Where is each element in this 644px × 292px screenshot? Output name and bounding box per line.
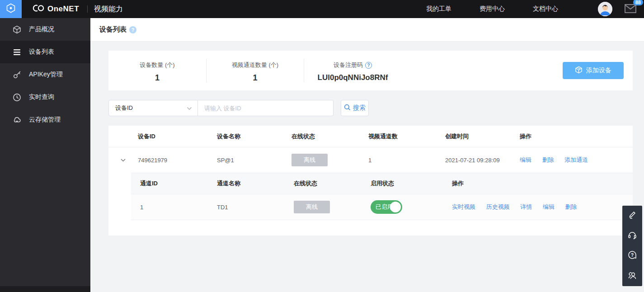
sidebar-item-device-list[interactable]: 设备列表 bbox=[0, 41, 90, 63]
stat-device-count-label: 设备数量 (个) bbox=[140, 61, 174, 69]
cell-channel-count: 1 bbox=[368, 157, 445, 164]
col-channel-online-status: 在线状态 bbox=[294, 179, 371, 188]
headset-icon bbox=[627, 230, 637, 242]
key-icon bbox=[13, 71, 21, 79]
channel-table-header: 通道ID 通道名称 在线状态 启用状态 操作 bbox=[131, 173, 633, 194]
reg-code-label-text: 设备注册码 bbox=[334, 61, 363, 69]
chevron-down-icon bbox=[187, 105, 192, 112]
cell-channel-online-status: 离线 bbox=[294, 201, 371, 213]
detail-link[interactable]: 详情 bbox=[520, 203, 532, 210]
hexagon-icon bbox=[5, 3, 16, 15]
add-channel-link[interactable]: 添加通道 bbox=[564, 156, 588, 163]
stat-reg-code-label: 设备注册码 ? bbox=[334, 61, 372, 69]
add-device-label: 添加设备 bbox=[586, 66, 611, 75]
channel-table: 通道ID 通道名称 在线状态 启用状态 操作 1 TD1 离线 已启用 bbox=[131, 173, 633, 220]
help-button[interactable]: ? bbox=[622, 246, 642, 266]
nav-billing-center[interactable]: 费用中心 bbox=[479, 5, 505, 13]
filter-select[interactable]: 设备ID bbox=[108, 100, 198, 116]
channel-enabled-toggle[interactable]: 已启用 bbox=[371, 200, 402, 214]
question-circle-icon: ? bbox=[627, 250, 637, 262]
support-button[interactable] bbox=[622, 226, 642, 246]
col-device-name: 设备名称 bbox=[217, 132, 291, 141]
sidebar-item-cloud-storage[interactable]: 云存储管理 bbox=[0, 108, 90, 131]
page-title: 设备列表 bbox=[99, 25, 127, 34]
edit-channel-link[interactable]: 编辑 bbox=[543, 203, 555, 210]
sidebar-item-apikey[interactable]: APIKey管理 bbox=[0, 63, 90, 86]
top-header: OneNET 视频能力 我的工单 费用中心 文档中心 88 bbox=[0, 0, 644, 18]
header-nav: 我的工单 费用中心 文档中心 bbox=[426, 5, 558, 13]
reg-code-help-icon[interactable]: ? bbox=[365, 62, 372, 69]
search-input[interactable] bbox=[198, 100, 334, 116]
col-channel-id: 通道ID bbox=[131, 179, 217, 188]
col-channel-count: 视频通道数 bbox=[368, 132, 445, 141]
sidebar-item-realtime-query[interactable]: 实时查询 bbox=[0, 86, 90, 108]
brand-name: OneNET bbox=[47, 5, 79, 14]
cell-channel-actions: 实时视频 历史视频 详情 编辑 删除 bbox=[452, 203, 633, 211]
nav-doc-center[interactable]: 文档中心 bbox=[533, 5, 558, 13]
svg-text:?: ? bbox=[631, 253, 634, 258]
sidebar-item-label: 云存储管理 bbox=[29, 116, 61, 124]
live-video-link[interactable]: 实时视频 bbox=[452, 203, 475, 210]
channel-table-row: 1 TD1 离线 已启用 实时视频 历史视频 详情 编辑 删除 bbox=[131, 194, 633, 220]
feedback-button[interactable] bbox=[622, 206, 642, 226]
cell-online-status: 离线 bbox=[291, 154, 368, 166]
search-button-label: 搜索 bbox=[353, 104, 366, 112]
cell-channel-enabled: 已启用 bbox=[371, 200, 452, 214]
header-right: 我的工单 费用中心 文档中心 88 bbox=[426, 2, 644, 16]
app-title: 视频能力 bbox=[94, 5, 123, 14]
stat-channel-count-label: 视频通道数量 (个) bbox=[232, 61, 278, 69]
col-actions: 操作 bbox=[520, 132, 633, 141]
channel-offline-badge: 离线 bbox=[294, 201, 330, 213]
cell-channel-id: 1 bbox=[131, 204, 217, 211]
platform-logo[interactable] bbox=[0, 0, 22, 18]
floating-toolbar: ? bbox=[622, 206, 642, 286]
nav-my-tickets[interactable]: 我的工单 bbox=[426, 5, 451, 13]
col-channel-actions: 操作 bbox=[452, 179, 633, 188]
mail-icon bbox=[624, 8, 637, 15]
delete-device-link[interactable]: 删除 bbox=[542, 156, 554, 163]
sidebar-item-label: 实时查询 bbox=[29, 93, 54, 101]
mail-count-badge: 88 bbox=[633, 0, 643, 5]
mail-button[interactable]: 88 bbox=[624, 3, 638, 15]
community-button[interactable] bbox=[622, 266, 642, 287]
cell-device-id: 749621979 bbox=[138, 157, 217, 164]
delete-channel-link[interactable]: 删除 bbox=[565, 203, 577, 210]
history-video-link[interactable]: 历史视频 bbox=[486, 203, 510, 210]
onenet-brand[interactable]: OneNET bbox=[33, 4, 79, 14]
cell-channel-name: TD1 bbox=[217, 204, 294, 211]
list-icon bbox=[13, 48, 21, 57]
pencil-icon bbox=[627, 210, 637, 221]
stat-device-count: 设备数量 (个) 1 bbox=[108, 59, 206, 83]
avatar[interactable] bbox=[598, 2, 612, 16]
header-divider bbox=[87, 5, 88, 13]
page-title-bar: 设备列表 ? bbox=[90, 18, 644, 42]
sidebar: 产品概况 设备列表 APIKey管理 实时查询 bbox=[0, 18, 90, 292]
stat-reg-code-value: LUl0p0qNNiJo8RNf bbox=[304, 73, 401, 82]
page-help-icon[interactable]: ? bbox=[129, 26, 136, 33]
toggle-knob bbox=[390, 202, 401, 212]
device-table-header: 设备ID 设备名称 在线状态 视频通道数 创建时间 操作 bbox=[108, 126, 633, 147]
onenet-logo-icon bbox=[33, 4, 44, 14]
stat-channel-count-value: 1 bbox=[207, 73, 304, 83]
stat-device-count-value: 1 bbox=[108, 73, 206, 83]
search-button[interactable]: 搜索 bbox=[341, 100, 369, 116]
clock-icon bbox=[13, 93, 21, 102]
people-icon bbox=[627, 270, 637, 282]
offline-status-badge: 离线 bbox=[291, 154, 328, 166]
col-online-status: 在线状态 bbox=[291, 132, 368, 141]
search-icon bbox=[344, 104, 351, 112]
expand-chevron-icon[interactable] bbox=[108, 159, 138, 162]
cell-actions: 编辑 删除 添加通道 bbox=[520, 156, 633, 164]
filter-select-value: 设备ID bbox=[115, 104, 133, 112]
sidebar-item-product-overview[interactable]: 产品概况 bbox=[0, 18, 90, 41]
edit-device-link[interactable]: 编辑 bbox=[520, 156, 531, 163]
device-table-card: 设备ID 设备名称 在线状态 视频通道数 创建时间 操作 749621979 S… bbox=[108, 126, 633, 235]
stat-channel-count: 视频通道数量 (个) 1 bbox=[206, 59, 304, 83]
sidebar-item-label: APIKey管理 bbox=[29, 71, 63, 79]
sidebar-item-label: 产品概况 bbox=[29, 25, 54, 33]
cube-icon bbox=[13, 25, 21, 34]
cloud-icon bbox=[13, 116, 21, 124]
add-device-button[interactable]: 添加设备 bbox=[563, 62, 624, 79]
search-row: 设备ID 搜索 bbox=[108, 100, 633, 116]
stats-card: 设备数量 (个) 1 视频通道数量 (个) 1 设备注册码 ? LUl0p0qN… bbox=[108, 51, 633, 90]
